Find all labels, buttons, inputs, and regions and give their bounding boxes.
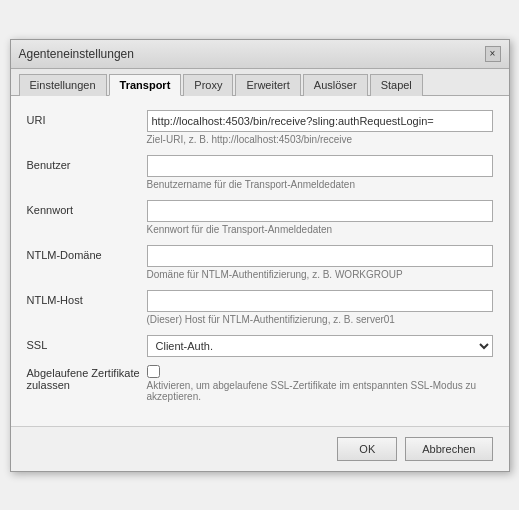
kennwort-field-col: Kennwort für die Transport-Anmeldedaten bbox=[147, 200, 493, 241]
cert-hint: Aktivieren, um abgelaufene SSL-Zertifika… bbox=[147, 380, 493, 402]
tab-erweitert[interactable]: Erweitert bbox=[235, 74, 300, 96]
tab-bar: Einstellungen Transport Proxy Erweitert … bbox=[11, 69, 509, 96]
ok-button[interactable]: OK bbox=[337, 437, 397, 461]
uri-hint: Ziel-URI, z. B. http://localhost:4503/bi… bbox=[147, 134, 493, 145]
form-content: URI Ziel-URI, z. B. http://localhost:450… bbox=[11, 96, 509, 426]
ntlm-domain-input[interactable] bbox=[147, 245, 493, 267]
cancel-button[interactable]: Abbrechen bbox=[405, 437, 492, 461]
title-bar: Agenteneinstellungen × bbox=[11, 40, 509, 69]
cert-checkbox-inline bbox=[147, 365, 493, 378]
ntlm-host-label: NTLM-Host bbox=[27, 290, 147, 306]
cert-field-col: Aktivieren, um abgelaufene SSL-Zertifika… bbox=[147, 365, 493, 408]
ntlm-domain-row: NTLM-Domäne Domäne für NTLM-Authentifizi… bbox=[27, 245, 493, 286]
cert-row: Abgelaufene Zertifikate zulassen Aktivie… bbox=[27, 365, 493, 408]
ntlm-host-input[interactable] bbox=[147, 290, 493, 312]
uri-field-col: Ziel-URI, z. B. http://localhost:4503/bi… bbox=[147, 110, 493, 151]
ntlm-host-row: NTLM-Host (Dieser) Host für NTLM-Authent… bbox=[27, 290, 493, 331]
kennwort-label: Kennwort bbox=[27, 200, 147, 216]
ssl-label: SSL bbox=[27, 335, 147, 351]
ssl-row: SSL Client-Auth. relaxed default bbox=[27, 335, 493, 357]
ntlm-host-hint: (Dieser) Host für NTLM-Authentifizierung… bbox=[147, 314, 493, 325]
close-button[interactable]: × bbox=[485, 46, 501, 62]
cert-label: Abgelaufene Zertifikate zulassen bbox=[27, 365, 147, 391]
tab-transport[interactable]: Transport bbox=[109, 74, 182, 96]
tab-ausloser[interactable]: Auslöser bbox=[303, 74, 368, 96]
ntlm-domain-label: NTLM-Domäne bbox=[27, 245, 147, 261]
uri-row: URI Ziel-URI, z. B. http://localhost:450… bbox=[27, 110, 493, 151]
close-icon: × bbox=[490, 48, 496, 59]
kennwort-hint: Kennwort für die Transport-Anmeldedaten bbox=[147, 224, 493, 235]
dialog: Agenteneinstellungen × Einstellungen Tra… bbox=[10, 39, 510, 472]
kennwort-row: Kennwort Kennwort für die Transport-Anme… bbox=[27, 200, 493, 241]
ntlm-domain-field-col: Domäne für NTLM-Authentifizierung, z. B.… bbox=[147, 245, 493, 286]
benutzer-label: Benutzer bbox=[27, 155, 147, 171]
ntlm-host-field-col: (Dieser) Host für NTLM-Authentifizierung… bbox=[147, 290, 493, 331]
footer: OK Abbrechen bbox=[11, 426, 509, 471]
tab-einstellungen[interactable]: Einstellungen bbox=[19, 74, 107, 96]
tab-proxy[interactable]: Proxy bbox=[183, 74, 233, 96]
dialog-title: Agenteneinstellungen bbox=[19, 47, 134, 61]
ssl-field-col: Client-Auth. relaxed default bbox=[147, 335, 493, 357]
uri-input[interactable] bbox=[147, 110, 493, 132]
ssl-select[interactable]: Client-Auth. relaxed default bbox=[147, 335, 493, 357]
uri-label: URI bbox=[27, 110, 147, 126]
benutzer-row: Benutzer Benutzername für die Transport-… bbox=[27, 155, 493, 196]
tab-stapel[interactable]: Stapel bbox=[370, 74, 423, 96]
benutzer-field-col: Benutzername für die Transport-Anmeldeda… bbox=[147, 155, 493, 196]
cert-checkbox[interactable] bbox=[147, 365, 160, 378]
kennwort-input[interactable] bbox=[147, 200, 493, 222]
ntlm-domain-hint: Domäne für NTLM-Authentifizierung, z. B.… bbox=[147, 269, 493, 280]
benutzer-hint: Benutzername für die Transport-Anmeldeda… bbox=[147, 179, 493, 190]
benutzer-input[interactable] bbox=[147, 155, 493, 177]
